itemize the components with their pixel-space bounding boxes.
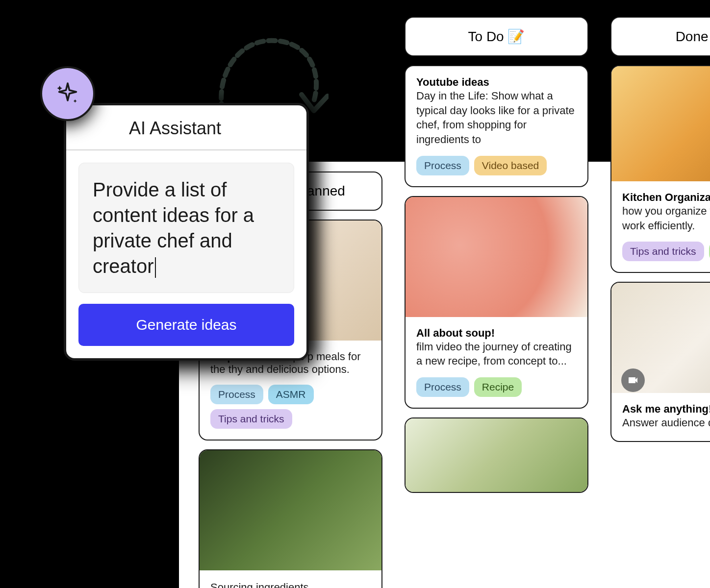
column-todo: To Do 📝 Youtube ideas Day in the Life: S… [405, 17, 588, 588]
tag-row: Tips and tricks Sustain [622, 242, 710, 261]
card-image [406, 197, 587, 317]
prompt-input[interactable]: Provide a list of content ideas for a pr… [78, 163, 294, 293]
card-title: Sourcing ingredients [210, 580, 371, 588]
card-image [200, 450, 381, 570]
card-title: Kitchen Organization Tip [622, 191, 710, 203]
sparkle-icon [40, 66, 95, 121]
tag-row: Process Video based [416, 156, 577, 175]
board-card[interactable]: Sourcing ingredients [199, 449, 382, 588]
text-cursor [155, 257, 156, 278]
tag[interactable]: Recipe [474, 377, 522, 397]
card-image [611, 66, 710, 181]
column-header: Done ✅ [610, 17, 710, 56]
board-card[interactable] [405, 417, 588, 493]
prompt-text: Provide a list of content ideas for a pr… [93, 179, 254, 277]
column-header: To Do 📝 [405, 17, 588, 56]
modal-title: AI Assistant [129, 118, 292, 139]
tag[interactable]: Process [210, 385, 263, 404]
tag[interactable]: Tips and tricks [210, 409, 292, 429]
card-image [406, 418, 587, 492]
tag[interactable]: Process [416, 377, 469, 397]
tag[interactable]: Video based [474, 156, 547, 175]
card-description: Day in the Life: Show what a typical day… [416, 89, 577, 147]
board-card[interactable]: All about soup! film video the journey o… [405, 196, 588, 409]
video-icon [621, 368, 645, 392]
tag[interactable]: ASMR [268, 385, 314, 404]
tag[interactable]: Tips and tricks [622, 242, 704, 261]
board-card[interactable]: Youtube ideas Day in the Life: Show what… [405, 65, 588, 187]
card-title: Ask me anything! [622, 403, 710, 415]
card-description: Answer audience question [622, 416, 710, 430]
column-done: Done ✅ Kitchen Organization Tip how you … [610, 17, 710, 588]
card-description: how you organize your ki tools to work e… [622, 204, 710, 233]
card-description: film video the journey of creating a new… [416, 340, 577, 368]
tag-row: Process Recipe [416, 377, 577, 397]
card-title: Youtube ideas [416, 76, 489, 88]
generate-button[interactable]: Generate ideas [78, 304, 294, 346]
modal-header: AI Assistant [66, 105, 306, 150]
tag[interactable]: Process [416, 156, 469, 175]
board-card[interactable]: Kitchen Organization Tip how you organiz… [610, 65, 710, 273]
board-card[interactable]: Ask me anything! Answer audience questio… [610, 282, 710, 442]
column-title: To Do 📝 [468, 29, 525, 44]
card-title: All about soup! [416, 327, 495, 339]
tag-row: Process ASMR Tips and tricks [210, 385, 371, 429]
ai-assistant-modal: AI Assistant Provide a list of content i… [64, 103, 309, 361]
column-title: Done ✅ [676, 29, 710, 44]
